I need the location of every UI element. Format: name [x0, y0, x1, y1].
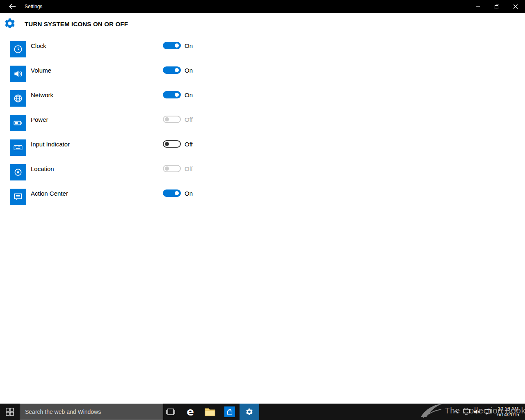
- toggle-state: Off: [185, 115, 193, 125]
- tray-network-button[interactable]: [461, 404, 472, 420]
- row-label: Power: [31, 115, 48, 125]
- maximize-restore-button[interactable]: [487, 0, 506, 13]
- toggle-knob: [175, 191, 179, 195]
- window-title: Settings: [25, 0, 42, 13]
- toggle-state: On: [185, 66, 193, 75]
- power-icon: [10, 115, 26, 131]
- toggle-state: On: [185, 90, 193, 100]
- toggle-row-network: Network On: [0, 90, 525, 115]
- close-icon: [514, 5, 518, 9]
- page-title: TURN SYSTEM ICONS ON OR OFF: [25, 13, 128, 34]
- location-icon: [10, 164, 26, 180]
- taskbar: e: [0, 404, 525, 420]
- titlebar: Settings: [0, 0, 525, 13]
- tray-volume-icon: [474, 409, 480, 415]
- action-center-toggle[interactable]: [163, 189, 181, 197]
- tray-clock[interactable]: 10:16 AM 6/14/2015: [493, 404, 523, 420]
- settings-taskbar-gear-icon: [245, 408, 253, 416]
- page-header: TURN SYSTEM ICONS ON OR OFF: [0, 13, 525, 34]
- tray-volume-button[interactable]: [472, 404, 482, 420]
- network-toggle[interactable]: [163, 91, 181, 98]
- row-label: Location: [31, 164, 54, 174]
- input-indicator-toggle[interactable]: [163, 140, 181, 148]
- toggle-row-action-center: Action Center On: [0, 189, 525, 213]
- toggle-state: Off: [185, 164, 193, 174]
- store-button[interactable]: [220, 404, 240, 420]
- back-button[interactable]: [3, 0, 21, 13]
- tray-action-center-icon: [484, 409, 491, 415]
- search-input[interactable]: [20, 404, 163, 420]
- minimize-icon: [476, 5, 480, 9]
- toggle-state: On: [185, 41, 193, 51]
- power-toggle: [163, 116, 181, 123]
- row-label: Clock: [31, 41, 46, 51]
- volume-icon: [10, 66, 26, 82]
- close-button[interactable]: [506, 0, 525, 13]
- system-tray: 10:16 AM 6/14/2015: [450, 404, 525, 420]
- toggle-knob: [165, 167, 169, 171]
- settings-app-button[interactable]: [240, 404, 259, 420]
- toggle-state: On: [185, 189, 193, 199]
- task-view-button[interactable]: [161, 404, 180, 420]
- restore-icon: [495, 5, 499, 9]
- minimize-button[interactable]: [468, 0, 487, 13]
- clock-toggle[interactable]: [163, 42, 181, 49]
- file-explorer-button[interactable]: [200, 404, 220, 420]
- task-view-icon: [166, 408, 176, 416]
- volume-toggle[interactable]: [163, 66, 181, 74]
- edge-icon: e: [187, 406, 194, 417]
- window-controls: [468, 0, 525, 13]
- tray-network-icon: [463, 409, 470, 415]
- keyboard-icon: [10, 139, 26, 156]
- location-toggle: [163, 165, 181, 172]
- toggle-row-clock: Clock On: [0, 41, 525, 66]
- row-label: Input Indicator: [31, 139, 70, 149]
- toggle-knob: [165, 142, 169, 146]
- start-button[interactable]: [0, 404, 20, 420]
- row-label: Volume: [31, 66, 51, 75]
- toggle-row-power: Power Off: [0, 115, 525, 139]
- toggle-row-volume: Volume On: [0, 66, 525, 90]
- toggle-row-input-indicator: Input Indicator Off: [0, 139, 525, 164]
- action-center-icon: [10, 189, 26, 205]
- tray-chevron-button[interactable]: [450, 404, 461, 420]
- toggle-row-location: Location Off: [0, 164, 525, 189]
- chevron-up-icon: [453, 410, 458, 413]
- tray-action-center-button[interactable]: [482, 404, 493, 420]
- settings-gear-icon: [4, 17, 16, 30]
- toggle-state: Off: [185, 139, 193, 149]
- toggle-knob: [175, 43, 179, 48]
- toggle-knob: [165, 117, 169, 121]
- network-icon: [10, 90, 26, 107]
- tray-date: 6/14/2015: [497, 412, 519, 418]
- folder-icon: [205, 407, 215, 416]
- tray-time: 10:16 AM: [498, 406, 519, 412]
- toggle-knob: [175, 93, 179, 97]
- edge-button[interactable]: e: [180, 404, 200, 420]
- windows-logo-icon: [6, 408, 14, 416]
- back-arrow-icon: [9, 3, 16, 10]
- store-icon: [224, 406, 235, 417]
- taskbar-search[interactable]: [20, 404, 163, 420]
- row-label: Network: [31, 90, 53, 100]
- clock-icon: [10, 41, 26, 57]
- toggle-knob: [175, 68, 179, 72]
- row-label: Action Center: [31, 189, 68, 199]
